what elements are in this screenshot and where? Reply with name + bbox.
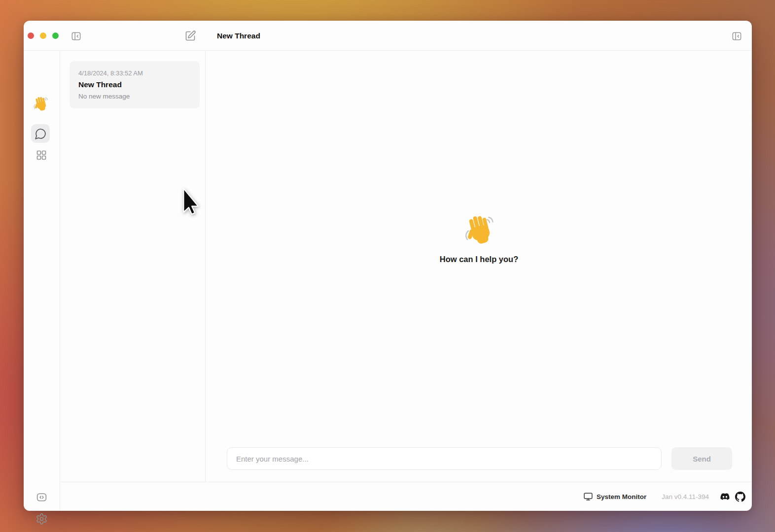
panel-right-toggle-icon (731, 31, 742, 42)
window-controls (28, 33, 59, 39)
github-icon (735, 492, 745, 502)
panel-left-toggle-icon (70, 31, 82, 42)
waving-hand-icon (463, 213, 495, 246)
system-monitor-toggle[interactable]: System Monitor (583, 492, 646, 501)
toggle-left-panel-button[interactable] (70, 30, 82, 42)
compose-icon (184, 30, 196, 42)
thread-list-panel: 4/18/2024, 8:33:52 AM New Thread No new … (61, 51, 206, 482)
empty-state: How can I help you? (206, 213, 752, 264)
close-button[interactable] (28, 33, 34, 39)
sidebar-item-threads[interactable] (31, 124, 50, 143)
status-bar: System Monitor Jan v0.4.11-394 (61, 482, 752, 511)
toggle-right-panel-button[interactable] (731, 30, 742, 42)
sidebar-item-settings[interactable] (34, 511, 49, 526)
thread-timestamp: 4/18/2024, 8:33:52 AM (78, 69, 191, 77)
discord-link[interactable] (719, 492, 731, 501)
thread-list-item[interactable]: 4/18/2024, 8:33:52 AM New Thread No new … (70, 61, 200, 108)
new-thread-button[interactable] (184, 30, 196, 42)
zoom-button[interactable] (52, 33, 59, 39)
greeting-text: How can I help you? (440, 255, 519, 264)
waving-hand-logo (33, 96, 49, 112)
sidebar-item-hub[interactable] (34, 148, 49, 163)
minimize-button[interactable] (40, 33, 46, 39)
system-monitor-label: System Monitor (597, 493, 646, 500)
chat-bubble-icon (35, 128, 47, 140)
sidebar-item-local-api-server[interactable] (34, 490, 49, 504)
thread-subtitle: No new message (78, 93, 191, 100)
message-input[interactable] (227, 447, 662, 470)
app-version: Jan v0.4.11-394 (662, 493, 709, 500)
discord-icon (719, 492, 731, 501)
monitor-icon (583, 492, 593, 501)
chat-area: How can I help you? Send (206, 51, 752, 482)
grid-icon (35, 149, 47, 161)
github-link[interactable] (735, 492, 745, 502)
page-title: New Thread (217, 21, 260, 51)
app-window: New Thread (24, 21, 752, 511)
gear-icon (35, 513, 48, 525)
thread-title: New Thread (78, 80, 191, 89)
code-square-icon (35, 491, 48, 503)
send-button[interactable]: Send (671, 447, 732, 470)
icon-rail (24, 51, 60, 511)
window-header: New Thread (24, 21, 752, 51)
